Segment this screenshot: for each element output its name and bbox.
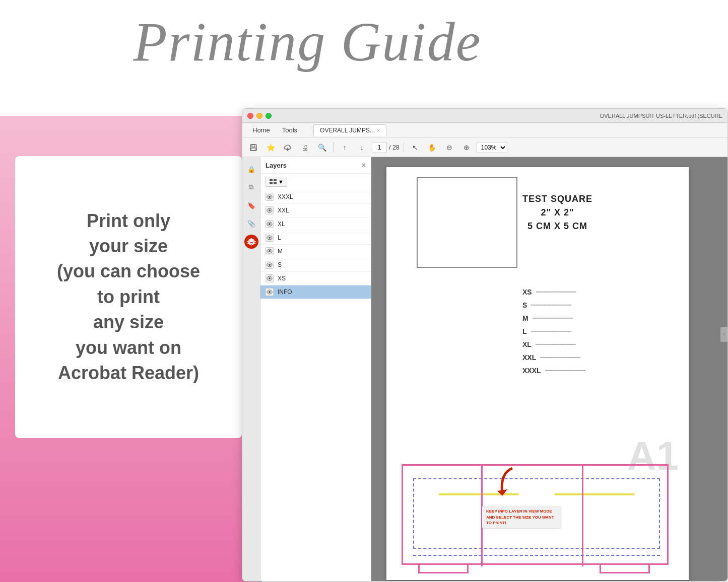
svg-marker-27 — [497, 489, 507, 496]
pink-vert-2 — [582, 466, 583, 566]
svg-point-20 — [269, 250, 271, 252]
layer-item-xs[interactable]: XS — [260, 272, 371, 285]
tab-close-button[interactable]: × — [377, 128, 380, 133]
layer-item-xxxl[interactable]: XXXL — [260, 190, 371, 204]
cloud-button[interactable] — [281, 140, 295, 155]
size-dash-xxl — [540, 357, 580, 358]
layer-name-xxl: XXL — [278, 207, 366, 214]
minimize-button[interactable] — [256, 113, 262, 119]
eye-icon — [267, 289, 273, 295]
layers-panel: Layers × ▼ — [260, 157, 371, 581]
eye-icon — [267, 222, 273, 227]
layer-visibility-xs[interactable] — [266, 274, 274, 282]
eye-icon — [267, 235, 273, 240]
eye-icon — [267, 249, 273, 254]
copy-tool-icon[interactable]: ⧉ — [244, 180, 258, 194]
scroll-handle[interactable]: ‹ — [720, 327, 727, 342]
size-label-xxl: XXL — [522, 353, 536, 361]
layer-visibility-s[interactable] — [266, 261, 274, 269]
svg-rect-10 — [274, 182, 277, 184]
svg-point-18 — [269, 237, 271, 239]
svg-rect-0 — [250, 144, 256, 151]
left-line6: you want on — [76, 337, 181, 358]
svg-point-12 — [269, 196, 271, 198]
layer-visibility-info[interactable] — [266, 288, 274, 296]
zoom-select[interactable]: 103% 75% 100% 125% 150% — [477, 142, 507, 153]
page-title: Printing Guide — [81, 10, 534, 74]
svg-rect-2 — [251, 148, 256, 151]
layer-item-m[interactable]: M — [260, 245, 371, 258]
paperclip-tool-icon[interactable]: 📎 — [244, 216, 258, 231]
sidebar-icons: 🔒 ⧉ 🔖 📎 — [242, 157, 260, 581]
size-label-xxxl: XXXL — [522, 367, 541, 375]
zoom-out-btn2[interactable]: ⊖ — [442, 140, 456, 155]
hand-tool-button[interactable]: ✋ — [425, 140, 439, 155]
print-button[interactable]: 🖨 — [298, 140, 312, 155]
size-label-xl: XL — [522, 340, 532, 348]
layer-name-s: S — [278, 261, 366, 268]
size-label-m: M — [522, 314, 528, 322]
save-icon — [249, 143, 257, 152]
zoom-in-button[interactable]: ⊕ — [459, 140, 474, 155]
tab-label: OVERALL JUMPS... — [320, 127, 375, 134]
bookmark-tool-icon[interactable]: 🔖 — [244, 198, 258, 212]
layer-item-xxl[interactable]: XXL — [260, 204, 371, 217]
menu-tools[interactable]: Tools — [276, 124, 303, 136]
traffic-lights — [247, 113, 272, 119]
size-label-l: L — [522, 327, 527, 335]
blue-dash-bottom — [413, 555, 660, 556]
close-button[interactable] — [247, 113, 253, 119]
main-area: 🔒 ⧉ 🔖 📎 Layers × — [242, 157, 727, 581]
window-title: OVERALL JUMPSUIT US-LETTER.pdf (SECURE — [600, 113, 722, 119]
layers-icon — [247, 237, 256, 246]
layer-item-xl[interactable]: XL — [260, 217, 371, 231]
size-line-l: L — [522, 327, 585, 335]
layer-visibility-xl[interactable] — [266, 220, 274, 228]
bookmark-tool-button[interactable]: ⭐ — [263, 140, 278, 155]
zoom-out-button[interactable]: 🔍 — [315, 140, 329, 155]
yellow-line-2 — [554, 493, 635, 495]
scroll-down-button[interactable]: ↓ — [355, 140, 369, 155]
svg-rect-1 — [252, 144, 255, 147]
page-number-input[interactable] — [372, 142, 387, 153]
size-label-xs: XS — [522, 288, 532, 296]
red-arrow-icon — [490, 463, 520, 498]
layer-item-l[interactable]: L — [260, 231, 371, 245]
save-button[interactable] — [246, 140, 260, 155]
size-line-xs: XS — [522, 288, 585, 296]
size-dash-m — [533, 318, 573, 319]
layers-close-button[interactable]: × — [362, 161, 366, 169]
layer-name-info: INFO — [278, 288, 366, 296]
pattern-tab-left — [418, 564, 469, 573]
toolbar-separator-2 — [404, 142, 404, 153]
layer-visibility-l[interactable] — [266, 234, 274, 242]
test-square-text: TEST SQUARE 2" X 2" 5 CM X 5 CM — [522, 192, 592, 233]
layers-toolbar: ▼ — [260, 174, 371, 190]
left-info-text: Print only your size (you can choose to … — [57, 208, 200, 386]
grid-icon — [269, 179, 277, 185]
toolbar: ⭐ 🖨 🔍 ↑ ↓ / 28 ↖ ✋ ⊖ ⊕ 103% 75% 100% 125… — [242, 138, 727, 157]
maximize-button[interactable] — [266, 113, 272, 119]
select-tool-button[interactable]: ↖ — [408, 140, 422, 155]
layer-item-s[interactable]: S — [260, 258, 371, 272]
tab-document[interactable]: OVERALL JUMPS... × — [313, 124, 386, 136]
layers-tool-icon[interactable] — [244, 235, 258, 249]
title-bar: OVERALL JUMPSUIT US-LETTER.pdf (SECURE — [242, 109, 727, 123]
svg-rect-8 — [274, 179, 277, 181]
layer-visibility-xxxl[interactable] — [266, 193, 274, 201]
layers-list: XXXL XXL XL L — [260, 190, 371, 581]
svg-point-26 — [269, 291, 271, 293]
scroll-up-button[interactable]: ↑ — [338, 140, 352, 155]
left-line4: to print — [97, 286, 160, 307]
layers-options-button[interactable]: ▼ — [266, 177, 287, 187]
size-line-xxxl: XXXL — [522, 367, 585, 375]
layer-visibility-xxl[interactable] — [266, 206, 274, 214]
left-info-box: Print only your size (you can choose to … — [15, 156, 242, 438]
layer-visibility-m[interactable] — [266, 247, 274, 255]
menu-home[interactable]: Home — [246, 124, 276, 136]
size-label-s: S — [522, 301, 527, 309]
lock-tool-icon[interactable]: 🔒 — [244, 162, 258, 176]
toolbar-separator-1 — [333, 142, 334, 153]
layer-item-info[interactable]: INFO — [260, 285, 371, 299]
red-arrow-container — [490, 463, 520, 500]
